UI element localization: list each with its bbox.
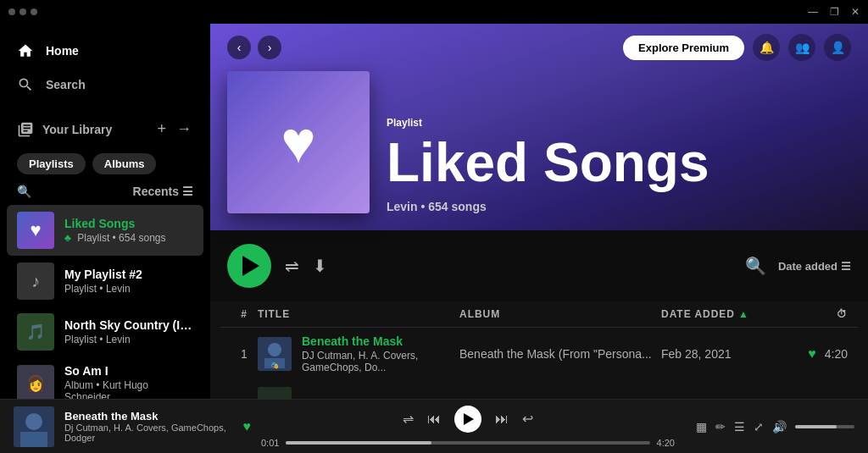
hero: ‹ › Explore Premium 🔔 👥 👤 ♥ Playlist Lik…: [210, 24, 868, 230]
north-sky-info: North Sky Country (In-Game) Playlist • L…: [64, 318, 193, 345]
track-liked-1[interactable]: ♥: [808, 346, 816, 362]
friends-button[interactable]: 👥: [788, 34, 815, 61]
player-right: ▦ ✏ ☰ ⤢ 🔊: [685, 420, 854, 434]
so-am-i-meta: Album • Kurt Hugo Schneider: [64, 379, 193, 399]
sidebar-item-home-label: Home: [46, 44, 79, 58]
filter-buttons: Playlists Albums: [7, 146, 203, 181]
minimize-button[interactable]: —: [808, 6, 818, 18]
col-date: Date added ▲: [661, 308, 797, 320]
search-tracklist-button[interactable]: 🔍: [745, 256, 766, 276]
library-actions: + →: [155, 119, 193, 140]
repeat-button[interactable]: ↩: [522, 411, 533, 427]
sidebar-item-search[interactable]: Search: [7, 68, 203, 102]
filter-albums-button[interactable]: Albums: [92, 153, 157, 174]
expand-library-button[interactable]: →: [175, 119, 193, 140]
library-item-playlist2[interactable]: ♪ My Playlist #2 Playlist • Levin: [7, 256, 203, 307]
sort-icon: ☰: [841, 260, 851, 273]
shuffle-button[interactable]: ⇌: [285, 256, 299, 276]
table-row[interactable]: 1 🎭 Beneath the Mask DJ Cutman, H. A. Co…: [220, 328, 858, 380]
tracklist-controls: ⇌ ⬇ 🔍 Date added ☰: [210, 230, 868, 301]
profile-button[interactable]: 👤: [824, 34, 851, 61]
library-item-so-am-i[interactable]: 👩 So Am I Album • Kurt Hugo Schneider: [7, 357, 203, 399]
restore-button[interactable]: ❐: [830, 6, 839, 18]
shuffle-player-button[interactable]: ⇌: [403, 411, 414, 427]
bottom-player: Beneath the Mask Dj Cutman, H. A. Covers…: [0, 399, 868, 453]
play-player-button[interactable]: [454, 406, 481, 433]
ctrl-right: 🔍 Date added ☰: [745, 256, 851, 276]
track-actions-1: ♥ 4:20: [797, 346, 848, 362]
track-duration-1: 4:20: [825, 347, 848, 361]
table-row[interactable]: 2: [220, 380, 858, 399]
col-album: Album: [459, 308, 661, 320]
track-num-2: 2: [231, 397, 258, 399]
svg-point-5: [25, 413, 42, 430]
liked-songs-meta: ♣ Playlist • 654 songs: [64, 232, 193, 244]
back-button[interactable]: ‹: [227, 36, 251, 59]
player-center: ⇌ ⏮ ⏭ ↩ 0:01 4:20: [261, 406, 675, 448]
progress-track[interactable]: [286, 441, 649, 445]
play-large-icon: [242, 256, 259, 276]
total-time: 4:20: [657, 438, 675, 448]
library-item-liked-songs[interactable]: ♥ Liked Songs ♣ Playlist • 654 songs: [7, 205, 203, 256]
forward-button[interactable]: ›: [258, 36, 281, 59]
prev-button[interactable]: ⏮: [427, 412, 441, 427]
library-icon: [17, 121, 34, 138]
explore-premium-button[interactable]: Explore Premium: [623, 36, 744, 60]
track-thumb-2: [258, 387, 292, 399]
player-like-button[interactable]: ♥: [243, 419, 252, 434]
hero-topbar: ‹ › Explore Premium 🔔 👥 👤: [210, 24, 868, 61]
sidebar: Home Search Your Library + →: [0, 24, 210, 399]
library-header: Your Library + →: [7, 112, 203, 146]
next-button[interactable]: ⏭: [495, 412, 509, 427]
track-num-1: 1: [231, 347, 258, 361]
col-duration: ⏱: [797, 308, 848, 320]
col-num: #: [231, 308, 258, 320]
tracklist: # Title Album Date added ▲ ⏱ 1: [210, 301, 868, 399]
progress-fill: [286, 441, 431, 445]
lyrics-button[interactable]: ☰: [734, 420, 745, 434]
titlebar-dot-1: [8, 8, 15, 15]
nav-arrows: ‹ ›: [227, 36, 281, 59]
hero-content: ♥ Playlist Liked Songs Levin • 654 songs: [210, 61, 868, 230]
library-list: ♥ Liked Songs ♣ Playlist • 654 songs ♪ M…: [0, 205, 210, 399]
filter-playlists-button[interactable]: Playlists: [17, 153, 86, 174]
volume-icon[interactable]: 🔊: [772, 420, 787, 434]
hero-meta: Levin • 654 songs: [387, 200, 851, 213]
tracklist-header: # Title Album Date added ▲ ⏱: [220, 301, 858, 328]
volume-slider[interactable]: [795, 425, 854, 428]
titlebar: — ❐ ✕: [0, 0, 868, 24]
playlist2-info: My Playlist #2 Playlist • Levin: [64, 268, 193, 295]
library-item-north-sky[interactable]: 🎵 North Sky Country (In-Game) Playlist •…: [7, 307, 203, 357]
current-time: 0:01: [261, 438, 279, 448]
download-button[interactable]: ⬇: [313, 256, 327, 276]
track-album-1: Beneath the Mask (From "Persona...: [459, 347, 661, 361]
svg-text:🎭: 🎭: [270, 361, 279, 369]
track-title-1: Beneath the Mask: [302, 334, 459, 348]
player-track-name: Beneath the Mask: [64, 410, 233, 423]
sidebar-item-home[interactable]: Home: [7, 34, 203, 68]
play-player-icon: [464, 413, 474, 425]
playlist2-thumb: ♪: [17, 262, 54, 300]
library-search-icon[interactable]: 🔍: [17, 185, 31, 198]
liked-songs-thumb: ♥: [17, 212, 54, 249]
devices-button[interactable]: ✏: [715, 420, 726, 434]
sort-label[interactable]: Date added ☰: [778, 260, 851, 273]
play-large-button[interactable]: [227, 244, 271, 288]
hero-title: Liked Songs: [387, 135, 851, 190]
titlebar-controls: — ❐ ✕: [808, 6, 860, 18]
library-title-row: Your Library: [17, 121, 112, 138]
player-track-artist: Dj Cutman, H. A. Covers, GameChops, Dodg…: [64, 423, 233, 443]
svg-rect-6: [20, 432, 47, 447]
recents-label: Recents ☰: [133, 185, 193, 198]
titlebar-dot-2: [19, 8, 26, 15]
library-title-label: Your Library: [42, 123, 112, 136]
titlebar-dots: [8, 8, 37, 15]
notifications-button[interactable]: 🔔: [753, 34, 780, 61]
queue-button[interactable]: ▦: [696, 420, 707, 434]
add-library-button[interactable]: +: [155, 119, 168, 140]
recents-sort-icon[interactable]: ☰: [182, 185, 193, 198]
close-button[interactable]: ✕: [851, 6, 860, 18]
so-am-i-thumb: 👩: [17, 365, 54, 399]
fullscreen-button[interactable]: ⤢: [754, 420, 764, 434]
hero-heart-icon: ♥: [281, 108, 316, 176]
